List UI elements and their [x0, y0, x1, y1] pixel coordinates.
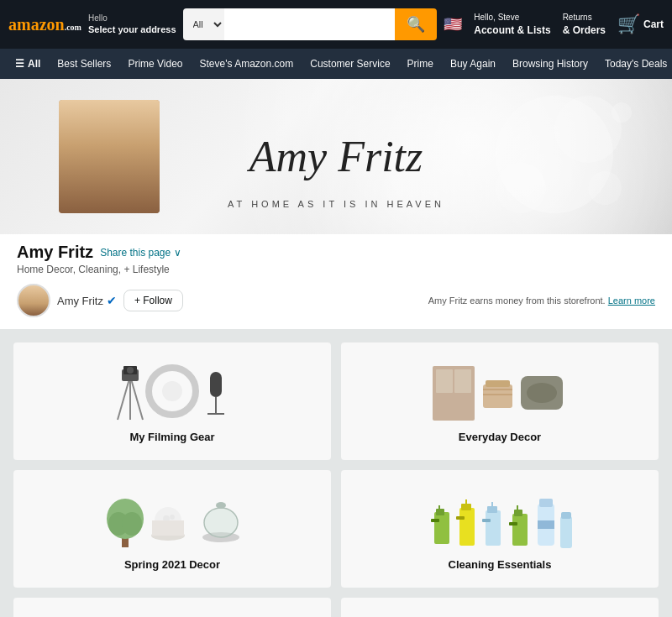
verified-icon: ✔ [107, 294, 117, 307]
profile-name: Amy Fritz [17, 243, 93, 262]
svg-rect-43 [431, 519, 439, 522]
svg-rect-58 [538, 520, 554, 529]
filming-gear-images [97, 359, 248, 422]
svg-rect-60 [561, 512, 571, 519]
svg-rect-57 [539, 499, 553, 507]
nav-steves-amazon[interactable]: Steve's Amazon.com [193, 53, 301, 75]
category-card-everyday-decor[interactable]: Everyday Decor [341, 342, 659, 460]
nav-bar: ☰ All Best Sellers Prime Video Steve's A… [0, 49, 672, 79]
cart-area[interactable]: 🛒 Cart [617, 13, 664, 35]
svg-point-16 [127, 367, 134, 374]
svg-rect-20 [483, 384, 512, 408]
amazon-logo[interactable]: amazon.com [8, 16, 81, 33]
svg-line-8 [130, 376, 143, 420]
svg-point-39 [216, 502, 226, 509]
profile-handle: Amy Fritz ✔ [57, 294, 117, 307]
everyday-decor-label: Everyday Decor [459, 431, 541, 443]
returns-info[interactable]: Returns & Orders [563, 12, 606, 38]
store-banner: Amy Fritz AT HOME AS IT IS IN HEAVEN [0, 79, 672, 234]
nav-prime-video[interactable]: Prime Video [121, 53, 189, 75]
svg-rect-51 [482, 519, 491, 522]
category-card-spring-decor[interactable]: Spring 2021 Decor [13, 470, 331, 588]
profile-silhouette [59, 100, 160, 213]
share-page-link[interactable]: Share this page ∨ [100, 247, 181, 259]
svg-rect-21 [486, 380, 510, 387]
filming-gear-label: My Filming Gear [129, 431, 214, 443]
svg-point-29 [122, 512, 142, 536]
svg-rect-52 [512, 514, 528, 546]
nav-todays-deals[interactable]: Today's Deals [598, 53, 672, 75]
svg-rect-19 [454, 369, 471, 393]
storefront-notice: Amy Fritz earns money from this storefro… [428, 295, 655, 306]
nav-prime[interactable]: Prime [401, 53, 440, 75]
search-button[interactable]: 🔍 [395, 8, 437, 40]
svg-rect-38 [204, 508, 238, 537]
svg-rect-12 [210, 372, 222, 397]
spring-decor-label: Spring 2021 Decor [124, 558, 220, 571]
top-bar: amazon.com Hello Select your address All… [0, 0, 672, 49]
avatar [17, 284, 50, 317]
svg-rect-36 [152, 520, 184, 536]
svg-rect-59 [560, 516, 572, 548]
category-card-cleaning[interactable]: Cleaning Essentials [341, 470, 659, 588]
profile-name-row: Amy Fritz Share this page ∨ [17, 243, 655, 262]
svg-line-6 [118, 376, 130, 420]
svg-rect-44 [459, 508, 475, 546]
category-card-pantry[interactable]: PANTRY ORGANIZATION [13, 598, 331, 617]
svg-rect-48 [486, 510, 501, 546]
category-card-christmas[interactable]: Christmas [341, 598, 659, 617]
nav-best-sellers[interactable]: Best Sellers [50, 53, 118, 75]
svg-rect-40 [434, 512, 449, 544]
categories-grid: My Filming Gear [13, 342, 659, 617]
main-content: My Filming Gear [0, 329, 672, 617]
banner-title: Amy Fritz [249, 135, 423, 179]
everyday-decor-images [424, 359, 575, 422]
spring-decor-svg [97, 487, 248, 550]
svg-point-5 [612, 102, 632, 123]
profile-section: Amy Fritz Share this page ∨ Home Decor, … [0, 234, 672, 329]
svg-point-4 [483, 125, 508, 150]
nav-browsing-history[interactable]: Browsing History [506, 53, 595, 75]
all-menu-button[interactable]: ☰ All [8, 53, 47, 75]
everyday-decor-svg [424, 359, 575, 422]
svg-rect-47 [456, 516, 465, 520]
flag-icon: 🇺🇸 [444, 15, 462, 34]
svg-rect-55 [509, 522, 517, 525]
svg-rect-18 [436, 369, 453, 393]
cleaning-label: Cleaning Essentials [449, 558, 552, 571]
nav-customer-service[interactable]: Customer Service [303, 53, 396, 75]
search-category-select[interactable]: All [183, 8, 224, 40]
top-right-actions: 🇺🇸 Hello, Steve Account & Lists Returns … [444, 12, 664, 38]
svg-point-32 [170, 515, 175, 520]
search-bar[interactable]: All 🔍 [183, 8, 438, 40]
profile-identity: Amy Fritz ✔ + Follow [17, 284, 183, 317]
cleaning-svg [424, 487, 575, 550]
follow-button[interactable]: + Follow [123, 290, 183, 311]
category-card-filming-gear[interactable]: My Filming Gear [13, 342, 331, 460]
profile-categories: Home Decor, Cleaning, + Lifestyle [17, 264, 655, 275]
profile-action-row: Amy Fritz ✔ + Follow Amy Fritz earns mon… [17, 284, 655, 317]
svg-point-1 [554, 96, 622, 163]
delivery-info[interactable]: Hello Select your address [88, 13, 176, 35]
banner-profile-image [59, 100, 160, 213]
search-input[interactable] [224, 8, 396, 40]
nav-buy-again[interactable]: Buy Again [444, 53, 502, 75]
banner-subtitle: AT HOME AS IT IS IN HEAVEN [0, 199, 672, 209]
cleaning-images [424, 487, 575, 550]
svg-point-11 [162, 381, 182, 401]
account-info[interactable]: Hello, Steve Account & Lists [474, 12, 550, 38]
banner-text: Amy Fritz [249, 135, 423, 179]
filming-gear-svg [97, 359, 248, 422]
svg-point-25 [527, 383, 557, 403]
spring-decor-images [97, 487, 248, 550]
learn-more-link[interactable]: Learn more [608, 295, 655, 306]
